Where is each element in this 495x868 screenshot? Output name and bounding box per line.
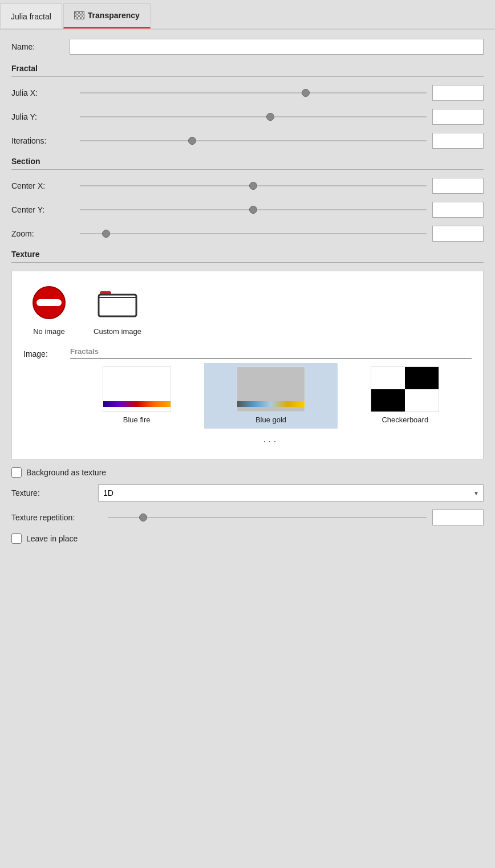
julia-y-value[interactable] <box>433 109 495 124</box>
cb-tl <box>371 367 405 389</box>
zoom-row: Zoom: ▲ ▼ <box>11 226 484 242</box>
fractals-label: Fractals <box>70 347 472 356</box>
tab-bar: Julia fractal Transparency <box>0 0 495 30</box>
background-as-texture-row: Background as texture <box>11 467 484 478</box>
main-content: Name: Fractal Julia X: ▲ ▼ Julia Y: ▲ ▼ <box>0 30 495 560</box>
julia-x-value[interactable] <box>433 85 495 100</box>
zoom-slider-track <box>80 228 427 239</box>
julia-x-slider-track <box>80 87 427 99</box>
tab-julia-fractal-label: Julia fractal <box>11 12 51 21</box>
image-grid: Blue fire Blue gold <box>70 363 472 429</box>
texture-repetition-slider-track <box>108 512 427 523</box>
tab-transparency-label: Transparency <box>88 11 140 20</box>
texture-select-label: Texture: <box>11 488 91 498</box>
blue-fire-thumb <box>103 366 171 412</box>
background-as-texture-checkbox[interactable] <box>11 467 22 478</box>
iterations-slider[interactable] <box>80 140 427 141</box>
texture-repetition-value[interactable] <box>433 510 495 525</box>
name-input[interactable] <box>70 39 484 55</box>
center-x-row: Center X: ▲ ▼ <box>11 178 484 194</box>
section-divider <box>11 169 484 170</box>
blue-gold-gradient <box>237 401 305 407</box>
texture-section-header: Texture <box>11 250 484 259</box>
texture-select-row: Texture: 1D 2D ▼ <box>11 484 484 502</box>
julia-x-slider[interactable] <box>80 92 427 93</box>
checkerboard-cell[interactable]: Checkerboard <box>339 363 472 429</box>
no-image-icon <box>29 283 69 323</box>
custom-image-label: Custom image <box>94 327 141 336</box>
texture-select-wrapper: 1D 2D ▼ <box>98 484 484 502</box>
iterations-slider-track <box>80 135 427 146</box>
julia-x-spinbox: ▲ ▼ <box>432 85 484 101</box>
tab-julia-fractal[interactable]: Julia fractal <box>0 3 62 28</box>
no-image-option[interactable]: No image <box>23 283 75 336</box>
texture-repetition-spinbox: ▲ ▼ <box>432 510 484 525</box>
julia-x-row: Julia X: ▲ ▼ <box>11 85 484 101</box>
blue-gold-cell[interactable]: Blue gold <box>204 363 337 429</box>
center-x-value[interactable] <box>433 178 495 193</box>
texture-select[interactable]: 1D 2D <box>98 484 484 502</box>
svg-rect-2 <box>36 299 62 306</box>
zoom-spinbox: ▲ ▼ <box>432 226 484 242</box>
blue-gold-thumb <box>237 366 305 412</box>
no-entry-svg <box>32 286 66 320</box>
name-row: Name: <box>11 39 484 55</box>
name-label: Name: <box>11 42 63 51</box>
center-y-spinbox: ▲ ▼ <box>432 202 484 218</box>
julia-y-slider[interactable] <box>80 116 427 117</box>
folder-icon <box>98 283 137 323</box>
image-row: Image: Fractals Blue fire <box>23 347 472 447</box>
julia-y-spinbox: ▲ ▼ <box>432 109 484 125</box>
no-image-label: No image <box>33 327 65 336</box>
blue-gold-label: Blue gold <box>255 415 286 424</box>
fractals-divider <box>70 358 472 358</box>
fractal-section-header: Fractal <box>11 64 484 73</box>
texture-icons-row: No image Custom image <box>23 283 472 336</box>
transparency-icon <box>74 11 84 19</box>
zoom-slider[interactable] <box>80 233 427 234</box>
checkerboard-pattern <box>371 367 439 411</box>
checkerboard-label: Checkerboard <box>382 415 428 424</box>
texture-panel: No image Custom image <box>11 271 484 459</box>
more-dots: ... <box>70 433 472 445</box>
center-x-slider-track <box>80 180 427 191</box>
center-y-slider-track <box>80 204 427 215</box>
leave-in-place-row: Leave in place <box>11 533 484 544</box>
julia-y-label: Julia Y: <box>11 112 74 121</box>
center-y-value[interactable] <box>433 202 495 217</box>
blue-fire-label: Blue fire <box>123 415 151 424</box>
zoom-label: Zoom: <box>11 229 74 238</box>
section-section-header: Section <box>11 157 484 166</box>
folder-svg <box>98 286 137 320</box>
image-label: Image: <box>23 347 63 358</box>
iterations-value[interactable] <box>433 133 495 148</box>
image-grid-container: Fractals Blue fire <box>70 347 472 447</box>
center-y-slider[interactable] <box>80 209 427 210</box>
center-y-row: Center Y: ▲ ▼ <box>11 202 484 218</box>
julia-x-label: Julia X: <box>11 88 74 97</box>
center-x-spinbox: ▲ ▼ <box>432 178 484 194</box>
svg-rect-5 <box>99 297 136 298</box>
center-x-label: Center X: <box>11 181 74 190</box>
julia-y-slider-track <box>80 111 427 123</box>
iterations-label: Iterations: <box>11 136 74 145</box>
background-as-texture-label: Background as texture <box>26 468 106 477</box>
blue-fire-cell[interactable]: Blue fire <box>70 363 203 429</box>
texture-repetition-slider[interactable] <box>108 517 427 518</box>
iterations-spinbox: ▲ ▼ <box>432 133 484 149</box>
zoom-value[interactable] <box>433 226 495 241</box>
center-y-label: Center Y: <box>11 205 74 214</box>
custom-image-option[interactable]: Custom image <box>92 283 143 336</box>
cb-br <box>405 389 439 411</box>
tab-transparency[interactable]: Transparency <box>63 3 151 28</box>
leave-in-place-checkbox[interactable] <box>11 533 22 544</box>
checkerboard-thumb <box>371 366 439 412</box>
blue-fire-gradient <box>103 401 171 407</box>
texture-divider <box>11 262 484 263</box>
center-x-slider[interactable] <box>80 185 427 186</box>
cb-tr <box>405 367 439 389</box>
cb-bl <box>371 389 405 411</box>
bottom-section: Background as texture Texture: 1D 2D ▼ T… <box>11 467 484 544</box>
texture-repetition-label: Texture repetition: <box>11 513 103 522</box>
iterations-row: Iterations: ▲ ▼ <box>11 133 484 149</box>
